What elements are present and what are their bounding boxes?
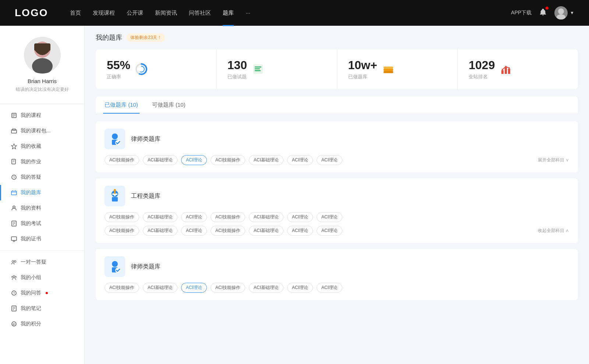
tab-available[interactable]: 可做题库 (10) xyxy=(151,96,187,114)
tag-1s-3[interactable]: ACI技能操作 xyxy=(211,226,245,236)
accuracy-icon xyxy=(135,63,148,76)
nav-home[interactable]: 首页 xyxy=(70,8,81,18)
tag-0-3[interactable]: ACI技能操作 xyxy=(211,155,245,165)
stat-ranking: 1029 全站排名 xyxy=(458,49,578,89)
nav-open-course[interactable]: 公开课 xyxy=(127,8,143,18)
svg-marker-11 xyxy=(11,144,17,149)
user-avatar-menu[interactable]: ▼ xyxy=(554,6,574,19)
svg-point-57 xyxy=(112,133,118,139)
nav-qa[interactable]: 问答社区 xyxy=(189,8,211,18)
tag-2-1[interactable]: ACI基础理论 xyxy=(143,283,177,293)
svg-text:?: ? xyxy=(13,176,15,179)
tag-2-5[interactable]: ACI理论 xyxy=(287,283,313,293)
stat-done-questions: 130 已做试题 xyxy=(216,49,337,89)
note-icon xyxy=(11,306,17,311)
svg-rect-49 xyxy=(384,67,393,69)
sidebar-item-points[interactable]: 积 我的积分 xyxy=(0,316,84,332)
svg-point-54 xyxy=(502,69,503,70)
svg-point-56 xyxy=(508,67,510,69)
tag-1-5[interactable]: ACI理论 xyxy=(287,212,313,222)
sidebar-item-homework[interactable]: 我的作业 xyxy=(0,154,84,169)
svg-rect-9 xyxy=(11,130,17,133)
app-download-button[interactable]: APP下载 xyxy=(511,10,532,16)
tag-2-3[interactable]: ACI技能操作 xyxy=(211,283,245,293)
sidebar-item-my-qa[interactable]: ? 我的答疑 xyxy=(0,169,84,185)
stack-icon xyxy=(382,63,395,76)
sidebar-item-package[interactable]: 我的课程包... xyxy=(0,123,84,139)
tag-2-6[interactable]: ACI理论 xyxy=(317,283,342,293)
sidebar-divider xyxy=(0,104,84,104)
tag-2-2[interactable]: ACI理论 xyxy=(181,283,207,293)
notification-bell[interactable] xyxy=(539,8,547,18)
page-header: 我的题库 体验剩余23天！ xyxy=(96,33,578,42)
svg-point-65 xyxy=(112,261,118,267)
sidebar-item-question[interactable]: ? 我的问答 xyxy=(0,285,84,301)
stat-done-questions-label: 已做试题 xyxy=(228,74,247,80)
tag-0-6[interactable]: ACI理论 xyxy=(317,155,342,165)
stat-ranking-value: 1029 xyxy=(469,58,495,72)
exam-icon xyxy=(11,221,17,226)
svg-text:积: 积 xyxy=(13,323,15,326)
bank-title-2: 律师类题库 xyxy=(131,263,161,271)
sidebar-item-group[interactable]: 我的小组 xyxy=(0,270,84,285)
svg-point-55 xyxy=(505,66,507,67)
nav-news[interactable]: 新闻资讯 xyxy=(155,8,177,18)
tags-row-1: ACI技能操作 ACI基础理论 ACI理论 ACI技能操作 ACI基础理论 AC… xyxy=(105,212,569,222)
main-content: 我的题库 体验剩余23天！ 55% 正确率 xyxy=(85,26,589,364)
bank-title-0: 律师类题库 xyxy=(131,135,161,143)
tag-1-6[interactable]: ACI理论 xyxy=(317,212,342,222)
stat-done-banks-value: 10w+ xyxy=(348,58,377,72)
sidebar-item-favorites[interactable]: 我的收藏 xyxy=(0,139,84,154)
nav-bank[interactable]: 题库 xyxy=(223,8,234,18)
tag-1s-4[interactable]: ACI基础理论 xyxy=(249,226,283,236)
stat-accuracy-label: 正确率 xyxy=(107,74,130,80)
expand-link-0[interactable]: 展开全部科目 ∨ xyxy=(538,157,569,163)
stats-row: 55% 正确率 130 已做试题 xyxy=(96,49,578,89)
tab-done[interactable]: 已做题库 (10) xyxy=(103,96,140,114)
svg-point-27 xyxy=(13,240,15,242)
sidebar-menu: 我的课程 我的课程包... 我的收藏 我的作业 xyxy=(0,108,84,332)
tag-0-0[interactable]: ACI技能操作 xyxy=(105,155,139,165)
tag-1-0[interactable]: ACI技能操作 xyxy=(105,212,139,222)
sidebar-item-profile[interactable]: 我的资料 xyxy=(0,200,84,216)
tag-1s-0[interactable]: ACI技能操作 xyxy=(105,226,139,236)
sidebar-item-oneonone[interactable]: 一对一答疑 xyxy=(0,254,84,270)
stat-ranking-label: 全站排名 xyxy=(469,74,495,80)
notification-badge xyxy=(546,7,549,10)
tag-2-0[interactable]: ACI技能操作 xyxy=(105,283,139,293)
tag-0-4[interactable]: ACI基础理论 xyxy=(249,155,283,165)
tag-1-3[interactable]: ACI技能操作 xyxy=(211,212,245,222)
tags-row-0: ACI技能操作 ACI基础理论 ACI理论 ACI技能操作 ACI基础理论 AC… xyxy=(105,155,569,165)
course-icon xyxy=(11,113,17,118)
svg-rect-17 xyxy=(11,191,17,195)
tag-0-1[interactable]: ACI基础理论 xyxy=(143,155,177,165)
sidebar-item-bank[interactable]: 我的题库 xyxy=(0,185,84,200)
tag-1s-2[interactable]: ACI理论 xyxy=(181,226,207,236)
svg-point-28 xyxy=(12,261,14,263)
sidebar-item-course[interactable]: 我的课程 xyxy=(0,108,84,123)
tag-2-4[interactable]: ACI基础理论 xyxy=(249,283,283,293)
question-icon: ? xyxy=(11,290,17,296)
sidebar-item-note[interactable]: 我的笔记 xyxy=(0,301,84,316)
svg-rect-45 xyxy=(255,67,261,68)
avatar xyxy=(554,6,568,19)
main-nav: 首页 发现课程 公开课 新闻资讯 问答社区 题库 ··· xyxy=(70,8,511,18)
bank-icon xyxy=(11,190,17,196)
tag-0-5[interactable]: ACI理论 xyxy=(287,155,313,165)
nav-more[interactable]: ··· xyxy=(246,8,250,18)
tag-1-4[interactable]: ACI基础理论 xyxy=(249,212,283,222)
tag-0-2[interactable]: ACI理论 xyxy=(181,155,207,165)
nav-discover[interactable]: 发现课程 xyxy=(93,8,115,18)
tag-1s-5[interactable]: ACI理论 xyxy=(287,226,313,236)
svg-rect-52 xyxy=(505,67,507,74)
tag-1s-1[interactable]: ACI基础理论 xyxy=(143,226,177,236)
tag-1s-6[interactable]: ACI理论 xyxy=(317,226,342,236)
tag-1-2[interactable]: ACI理论 xyxy=(181,212,207,222)
expand-link-1[interactable]: 收起全部科目 ∧ xyxy=(538,228,569,234)
sidebar-item-exam[interactable]: 我的考试 xyxy=(0,216,84,231)
qa-icon: ? xyxy=(11,174,17,180)
bank-icon-engineer xyxy=(105,186,125,206)
sidebar-item-cert[interactable]: 我的证书 xyxy=(0,231,84,247)
tag-1-1[interactable]: ACI基础理论 xyxy=(143,212,177,222)
svg-point-43 xyxy=(138,66,144,72)
